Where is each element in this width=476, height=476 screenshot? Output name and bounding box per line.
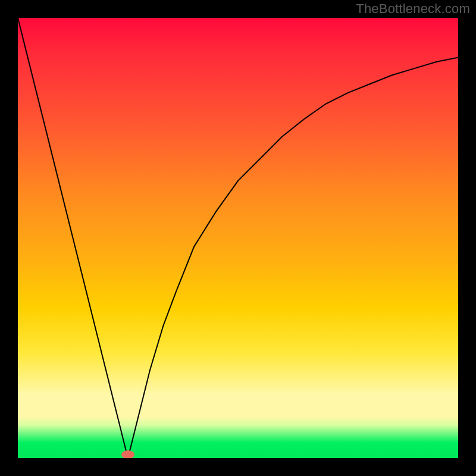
attribution-watermark: TheBottleneck.com — [356, 1, 470, 17]
plot-area — [18, 18, 458, 458]
chart-frame: TheBottleneck.com — [0, 0, 476, 476]
curve-overlay — [18, 18, 458, 458]
bottleneck-curve — [18, 18, 458, 458]
minimum-marker — [121, 450, 134, 458]
